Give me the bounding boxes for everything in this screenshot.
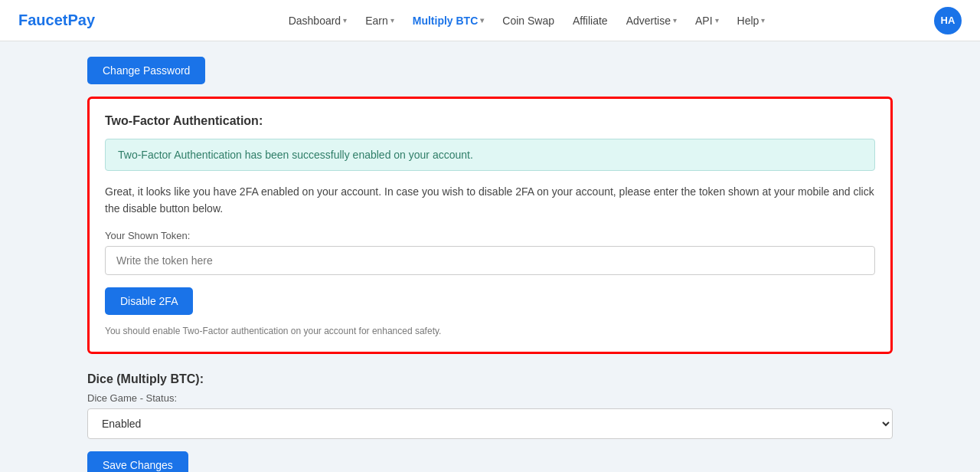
nav-affiliate[interactable]: Affiliate <box>565 10 616 31</box>
save-changes-button[interactable]: Save Changes <box>87 451 188 472</box>
twofa-success-alert: Two-Factor Authentication has been succe… <box>105 139 875 171</box>
brand-logo[interactable]: FaucetPay <box>18 11 95 29</box>
dice-status-label: Dice Game - Status: <box>87 392 893 404</box>
nav-dashboard[interactable]: Dashboard ▾ <box>281 10 355 31</box>
twofa-section: Two-Factor Authentication: Two-Factor Au… <box>87 97 893 354</box>
nav-multiply-btc[interactable]: Multiply BTC ▾ <box>405 10 492 31</box>
token-input[interactable] <box>105 246 875 275</box>
twofa-description: Great, it looks like you have 2FA enable… <box>105 183 875 218</box>
token-label: Your Shown Token: <box>105 230 875 241</box>
nav-earn[interactable]: Earn ▾ <box>358 10 402 31</box>
dice-title: Dice (Multiply BTC): <box>87 372 893 386</box>
nav-help[interactable]: Help ▾ <box>730 10 773 31</box>
chevron-down-icon: ▾ <box>480 16 484 25</box>
navbar: FaucetPay Dashboard ▾ Earn ▾ Multiply BT… <box>0 0 980 41</box>
dice-section: Dice (Multiply BTC): Dice Game - Status:… <box>87 372 893 472</box>
chevron-down-icon: ▾ <box>390 16 394 25</box>
nav-menu: Dashboard ▾ Earn ▾ Multiply BTC ▾ Coin S… <box>119 10 934 31</box>
chevron-down-icon: ▾ <box>343 16 347 25</box>
safety-note: You should enable Two-Factor authenticat… <box>105 326 875 336</box>
user-avatar[interactable]: HA <box>934 7 962 34</box>
disable-2fa-button[interactable]: Disable 2FA <box>105 287 193 315</box>
chevron-down-icon: ▾ <box>715 16 719 25</box>
chevron-down-icon: ▾ <box>761 16 765 25</box>
nav-api[interactable]: API ▾ <box>688 10 727 31</box>
main-content: Change Password Two-Factor Authenticatio… <box>69 41 911 472</box>
dice-status-select[interactable]: Enabled Disabled <box>87 408 893 439</box>
nav-coin-swap[interactable]: Coin Swap <box>495 10 562 31</box>
nav-advertise[interactable]: Advertise ▾ <box>619 10 684 31</box>
twofa-title: Two-Factor Authentication: <box>105 114 875 128</box>
chevron-down-icon: ▾ <box>673 16 677 25</box>
change-password-button[interactable]: Change Password <box>87 57 205 84</box>
